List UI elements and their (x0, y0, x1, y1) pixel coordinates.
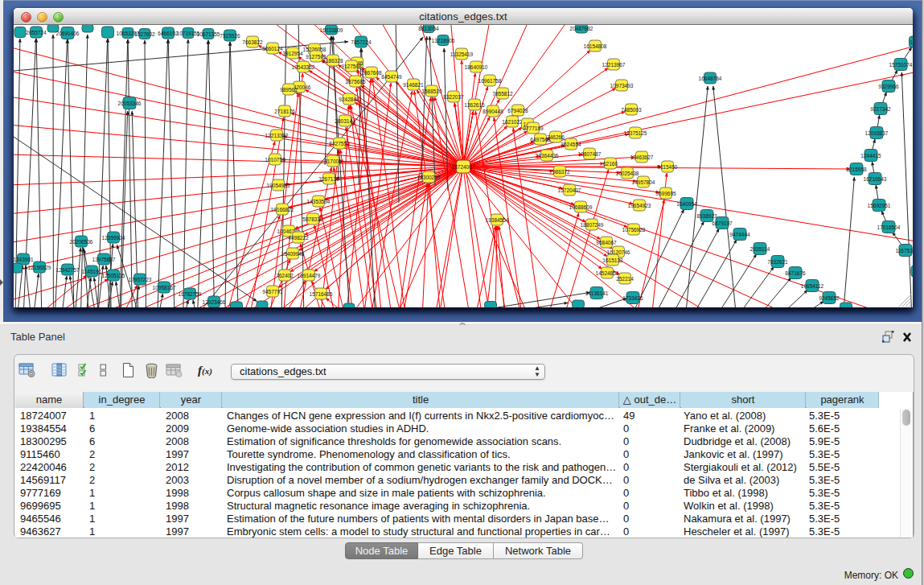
svg-text:14136141: 14136141 (585, 290, 609, 296)
svg-text:14957804: 14957804 (632, 179, 655, 185)
svg-text:8322037: 8322037 (443, 94, 464, 100)
svg-text:9227342: 9227342 (870, 106, 891, 112)
svg-text:7986372: 7986372 (549, 169, 570, 175)
svg-text:10807487: 10807487 (578, 151, 602, 157)
svg-text:1640954: 1640954 (676, 201, 697, 207)
svg-text:1527602: 1527602 (134, 31, 155, 37)
svg-text:9457791: 9457791 (262, 289, 283, 295)
svg-text:14524851: 14524851 (596, 270, 619, 276)
svg-text:9777169: 9777169 (523, 126, 544, 131)
svg-text:19054985: 19054985 (267, 183, 290, 188)
svg-text:19384554: 19384554 (486, 217, 509, 223)
svg-text:18807249: 18807249 (581, 222, 604, 228)
svg-text:8471676: 8471676 (785, 270, 806, 276)
svg-text:1588520: 1588520 (421, 89, 442, 94)
svg-text:15751074: 15751074 (889, 62, 913, 68)
svg-text:5878332: 5878332 (302, 216, 323, 222)
svg-text:2867608: 2867608 (361, 70, 382, 76)
svg-text:20691406: 20691406 (56, 31, 80, 36)
svg-text:6466102: 6466102 (158, 31, 179, 36)
svg-text:9242848: 9242848 (339, 97, 359, 102)
svg-text:10756928: 10756928 (622, 227, 646, 233)
svg-text:17016504: 17016504 (877, 225, 901, 230)
svg-text:11325419: 11325419 (450, 51, 474, 57)
svg-text:9245652: 9245652 (819, 295, 840, 301)
svg-text:13463627: 13463627 (630, 154, 654, 160)
svg-text:12213967: 12213967 (602, 62, 626, 68)
svg-text:12093837: 12093837 (865, 130, 889, 136)
svg-text:19166822: 19166822 (271, 207, 294, 212)
svg-text:252214: 252214 (616, 276, 634, 282)
svg-text:1010753: 1010753 (265, 157, 285, 163)
svg-text:9146821: 9146821 (403, 82, 424, 88)
svg-text:3624554: 3624554 (561, 142, 581, 147)
svg-text:16914479: 16914479 (298, 273, 321, 278)
svg-text:10973493: 10973493 (610, 83, 634, 89)
svg-text:3912954: 3912954 (282, 51, 303, 56)
svg-text:3875685: 3875685 (345, 79, 366, 84)
svg-text:12359924: 12359924 (102, 235, 125, 241)
svg-text:3267130: 3267130 (318, 176, 339, 182)
svg-text:10958167: 10958167 (153, 285, 176, 290)
svg-text:1112: 1112 (910, 39, 913, 45)
svg-text:15692951: 15692951 (868, 203, 891, 208)
svg-text:762402: 762402 (276, 273, 294, 278)
svg-text:9474444: 9474444 (729, 232, 750, 237)
svg-text:16210643: 16210643 (864, 176, 887, 182)
svg-text:21364436: 21364436 (536, 153, 559, 159)
svg-text:17957223: 17957223 (129, 277, 152, 282)
svg-text:18300295: 18300295 (417, 175, 441, 180)
svg-text:6879197: 6879197 (712, 220, 733, 226)
svg-text:1244415: 1244415 (860, 153, 881, 159)
svg-text:12213382: 12213382 (265, 133, 289, 138)
svg-text:18724007: 18724007 (452, 164, 475, 170)
svg-text:9699695: 9699695 (655, 191, 676, 196)
svg-text:10025438: 10025438 (616, 171, 639, 176)
svg-text:16120746: 16120746 (607, 249, 630, 255)
svg-text:2718176: 2718176 (274, 109, 295, 114)
svg-text:3660124: 3660124 (262, 46, 283, 51)
svg-text:6794028: 6794028 (507, 108, 528, 113)
svg-text:7632621: 7632621 (767, 259, 788, 265)
svg-text:20053346: 20053346 (118, 101, 142, 106)
svg-text:7485003: 7485003 (621, 107, 642, 113)
svg-text:13975887: 13975887 (92, 257, 116, 262)
svg-text:10543362: 10543362 (292, 64, 315, 70)
svg-text:7955812: 7955812 (492, 91, 513, 97)
svg-text:3215958: 3215958 (846, 167, 867, 172)
svg-text:317006: 317006 (324, 159, 342, 164)
svg-text:6497568: 6497568 (530, 137, 551, 142)
svg-text:16154808: 16154808 (584, 43, 607, 49)
svg-text:9684067: 9684067 (596, 240, 617, 245)
svg-text:2055724: 2055724 (26, 30, 47, 35)
svg-text:989561: 989561 (280, 87, 298, 93)
svg-text:18640910: 18640910 (465, 64, 488, 70)
svg-text:12156829: 12156829 (28, 265, 51, 270)
svg-text:12923466: 12923466 (203, 299, 226, 305)
svg-text:14353594: 14353594 (307, 199, 331, 204)
svg-text:16782759: 16782759 (179, 291, 202, 297)
svg-text:7515526: 7515526 (220, 33, 240, 39)
svg-text:15409948: 15409948 (281, 251, 305, 257)
svg-text:4498222: 4498222 (288, 235, 309, 241)
svg-text:12505135: 12505135 (102, 273, 125, 278)
svg-text:2935114: 2935114 (750, 246, 770, 252)
svg-text:16961758: 16961758 (478, 78, 502, 84)
svg-text:1733426: 1733426 (622, 295, 643, 301)
svg-text:1167533: 1167533 (896, 248, 913, 253)
svg-text:15720407: 15720407 (558, 187, 581, 193)
svg-text:15716485: 15716485 (310, 291, 333, 297)
svg-text:1621022: 1621022 (502, 119, 523, 125)
svg-text:16033809: 16033809 (320, 27, 343, 33)
svg-text:8454749: 8454749 (381, 74, 402, 80)
svg-text:10654112: 10654112 (801, 283, 824, 289)
svg-text:10688609: 10688609 (569, 204, 593, 210)
svg-text:8186328: 8186328 (322, 58, 343, 64)
svg-text:20206536: 20206536 (70, 239, 93, 245)
svg-text:1145191: 1145191 (82, 269, 102, 274)
svg-text:7663822: 7663822 (242, 39, 263, 45)
svg-text:9329966: 9329966 (878, 84, 899, 89)
svg-text:10671355: 10671355 (197, 31, 220, 37)
svg-text:1362615: 1362615 (464, 102, 485, 108)
svg-text:62160: 62160 (603, 161, 618, 167)
